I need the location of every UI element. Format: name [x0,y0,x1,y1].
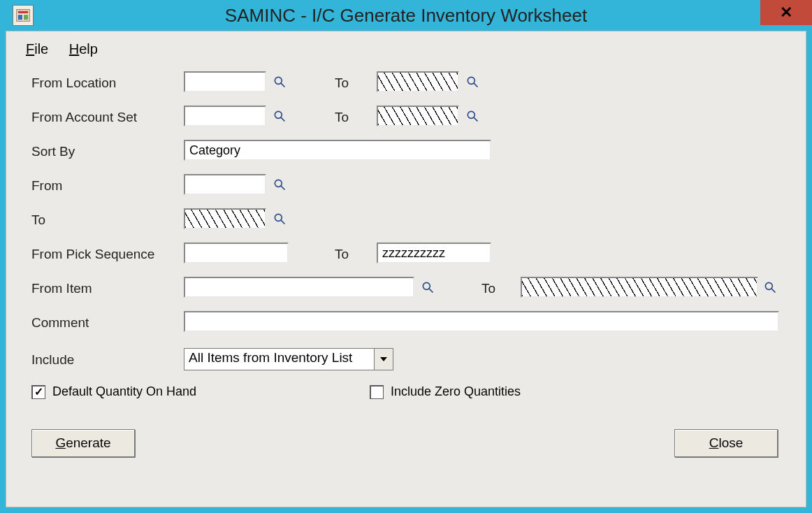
checkbox-icon [370,385,384,399]
from-location-field[interactable] [184,71,266,92]
svg-line-11 [474,117,478,122]
from-pick-seq-field[interactable] [184,243,289,263]
svg-line-9 [281,117,285,122]
from-location-lookup-icon[interactable] [272,74,287,89]
svg-marker-20 [380,357,387,361]
to-sort-lookup-icon[interactable] [272,211,287,226]
titlebar: SAMINC - I/C Generate Inventory Workshee… [0,0,812,31]
label-to-location: To [335,75,349,91]
client-area: File Help From Location To From Account … [6,31,806,507]
label-from-sort: From [31,178,62,194]
svg-rect-3 [24,15,28,20]
svg-line-15 [281,220,285,224]
label-from-item: From Item [31,281,92,296]
window-title: SAMINC - I/C Generate Inventory Workshee… [0,5,812,27]
menu-help[interactable]: Help [69,41,98,57]
chevron-down-icon [374,349,393,370]
svg-line-13 [281,186,285,190]
to-item-lookup-icon[interactable] [762,280,778,295]
to-pick-seq-field[interactable] [377,243,491,263]
from-account-set-field[interactable] [184,106,266,127]
svg-line-17 [429,289,433,293]
label-comment: Comment [31,315,89,331]
close-button[interactable]: Close [674,429,778,457]
label-to-account-set: To [335,110,349,125]
include-zero-qty-checkbox[interactable]: Include Zero Quantities [370,384,521,399]
label-from-account-set: From Account Set [31,110,137,125]
label-sort-by: Sort By [31,144,75,159]
window-close-button[interactable]: ✕ [760,0,812,25]
svg-line-7 [474,83,478,87]
generate-button[interactable]: Generate [31,429,135,457]
comment-field[interactable] [184,311,779,332]
label-to-sort: To [31,212,45,228]
to-item-field[interactable] [521,277,758,298]
checkbox-icon [31,385,45,399]
label-from-pick-seq: From Pick Sequence [31,247,154,262]
menubar: File Help [20,31,792,64]
default-qty-on-hand-label: Default Quantity On Hand [52,384,196,399]
svg-line-5 [281,83,285,87]
include-zero-qty-label: Include Zero Quantities [391,384,521,399]
sort-by-field[interactable] [184,140,491,161]
menu-file[interactable]: File [26,41,48,57]
from-account-set-lookup-icon[interactable] [272,108,287,124]
label-from-location: From Location [31,75,116,91]
include-select[interactable]: All Items from Inventory List [184,348,393,370]
app-window: SAMINC - I/C Generate Inventory Workshee… [0,0,812,513]
to-account-set-lookup-icon[interactable] [465,108,480,124]
label-to-pick-seq: To [335,247,349,262]
svg-line-19 [771,289,776,293]
label-to-item: To [481,281,495,296]
to-location-field[interactable] [377,71,459,92]
app-icon [13,5,34,26]
svg-rect-2 [18,15,22,20]
to-sort-field[interactable] [184,208,266,229]
from-item-lookup-icon[interactable] [420,280,435,295]
from-sort-field[interactable] [184,174,266,195]
from-item-field[interactable] [184,277,414,298]
svg-rect-1 [18,11,29,14]
close-icon: ✕ [780,3,792,22]
from-sort-lookup-icon[interactable] [272,177,287,192]
include-select-value: All Items from Inventory List [184,349,374,370]
to-account-set-field[interactable] [377,106,459,127]
default-qty-on-hand-checkbox[interactable]: Default Quantity On Hand [31,384,196,399]
to-location-lookup-icon[interactable] [465,74,480,89]
form: From Location To From Account Set To Sor [20,64,792,498]
label-include: Include [31,352,74,368]
